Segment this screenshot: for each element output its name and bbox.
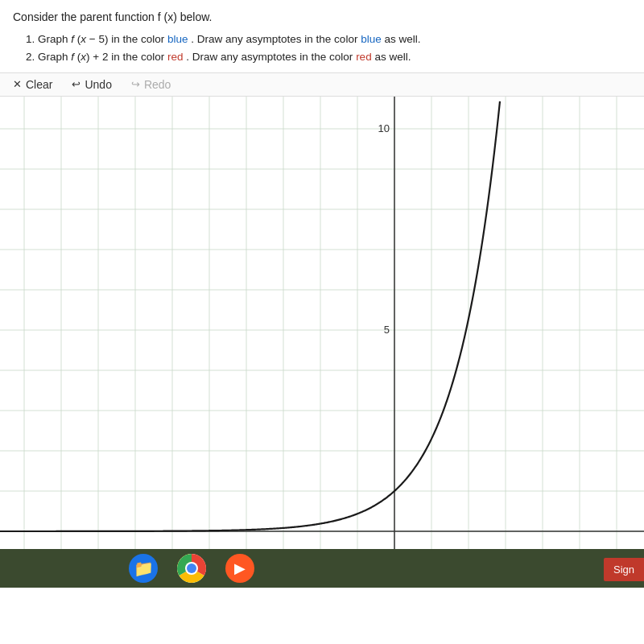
undo-label: Undo xyxy=(85,78,111,91)
svg-point-2 xyxy=(187,564,196,573)
files-icon[interactable]: 📁 xyxy=(129,554,158,583)
clear-icon: ✕ xyxy=(13,78,22,90)
instruction-2: 2. Graph f (x) + 2 in the color red . Dr… xyxy=(26,48,631,66)
instruction-1-color2: blue xyxy=(361,33,382,45)
instruction-2-color2: red xyxy=(356,51,372,63)
instruction-1-text-after: as well. xyxy=(384,33,420,45)
instruction-2-text-after: as well. xyxy=(374,51,411,63)
clear-button[interactable]: ✕ Clear xyxy=(13,78,52,91)
instruction-1-text-before: Graph f (x − 5) in the color xyxy=(38,33,167,45)
graph-canvas[interactable] xyxy=(0,97,644,549)
instruction-2-number: 2. xyxy=(26,51,38,63)
chrome-icon[interactable] xyxy=(177,554,206,583)
redo-icon: ↪ xyxy=(131,78,140,90)
instruction-1-color1: blue xyxy=(167,33,188,45)
graph-area[interactable]: 📁 ▶ Sign xyxy=(0,97,644,588)
instruction-2-text-middle: . Draw any asymptotes in the color xyxy=(186,51,356,63)
chrome-svg xyxy=(177,554,206,583)
clear-label: Clear xyxy=(26,78,52,91)
intro-text: Consider the parent function f (x) below… xyxy=(13,8,631,26)
undo-button[interactable]: ↩ Undo xyxy=(72,78,111,91)
instruction-2-text-before: Graph f (x) + 2 in the color xyxy=(38,51,167,63)
undo-icon: ↩ xyxy=(72,78,80,90)
instruction-1: 1. Graph f (x − 5) in the color blue . D… xyxy=(26,31,631,48)
instruction-1-number: 1. xyxy=(26,33,38,45)
redo-label: Redo xyxy=(144,78,171,91)
sign-button[interactable]: Sign xyxy=(604,558,644,581)
redo-button[interactable]: ↪ Redo xyxy=(131,78,171,91)
toolbar: ✕ Clear ↩ Undo ↪ Redo xyxy=(0,72,644,97)
taskbar: 📁 ▶ xyxy=(0,549,644,588)
instructions-panel: Consider the parent function f (x) below… xyxy=(0,0,644,72)
instruction-2-color1: red xyxy=(167,51,184,63)
instruction-1-text-middle: . Draw any asymptotes in the color xyxy=(191,33,361,45)
play-icon[interactable]: ▶ xyxy=(225,554,254,583)
